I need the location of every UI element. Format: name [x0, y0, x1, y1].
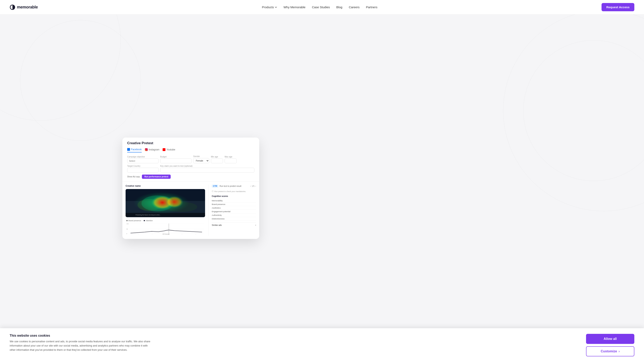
chevron-down-icon: [275, 6, 277, 8]
chevron-right-icon: ›: [256, 224, 256, 226]
info-icon: ⓘ: [212, 190, 214, 193]
svg-text:—: —: [152, 234, 153, 235]
campaign-objective-label: Campaign objective: [127, 156, 158, 158]
max-age-input[interactable]: [224, 158, 237, 163]
min-age-label: Min age: [211, 156, 223, 158]
max-age-label: Max age: [224, 156, 237, 158]
attention-dot: [144, 220, 145, 221]
bg-circle-1: [0, 0, 121, 121]
ctr-nav: ‹ 1/5 ›: [250, 185, 256, 187]
ctr-badge: CTR: [212, 185, 218, 188]
cookie-text-block: This website uses cookies We use cookies…: [10, 334, 576, 352]
svg-text:50: 50: [126, 228, 128, 230]
customize-button[interactable]: Customize ›: [586, 346, 634, 356]
ctr-label: Run text to predict result: [220, 185, 241, 187]
key-claim-label: Key claim you want to test (optional): [160, 165, 254, 167]
campaign-objective-group: Campaign objective: [127, 156, 158, 163]
similar-ads-row[interactable]: Similar ads ›: [212, 222, 256, 228]
svg-point-8: [166, 196, 183, 208]
show-ad-copy-label: Show Ad copy: [127, 176, 140, 178]
cookie-actions: Allow all Customize ›: [586, 334, 634, 356]
creative-section: Creative name: [122, 181, 259, 239]
card-header: Creative Pretest Facebook Instagram Yout…: [122, 138, 259, 181]
score-distinctiveness: Distinctiveness: [212, 217, 256, 221]
cookie-body: We use cookies to personalise content an…: [10, 340, 150, 352]
target-country-input[interactable]: [127, 168, 158, 173]
svg-text:0: 0: [126, 233, 128, 234]
creative-left-panel: Creative name: [122, 185, 208, 236]
svg-text:—: —: [195, 234, 196, 235]
performance-chart: 100 50 0: [126, 223, 204, 235]
pretest-notice: ⓘ Run pretest to check your mandatories.: [212, 190, 256, 193]
score-engagement: Engagement potential: [212, 210, 256, 213]
logo-link[interactable]: memorable: [10, 4, 38, 10]
creative-right-panel: CTR Run text to predict result ‹ 1/5 › ⓘ…: [208, 185, 259, 236]
tab-facebook[interactable]: Facebook: [127, 148, 142, 152]
ctr-count: 1/5: [252, 185, 254, 187]
platform-tabs: Facebook Instagram Youtube: [127, 148, 254, 152]
navbar: memorable Products Why Memorable Case St…: [0, 0, 644, 14]
instagram-icon: [145, 148, 148, 151]
logo-text: memorable: [17, 5, 38, 9]
dashboard-card: Creative Pretest Facebook Instagram Yout…: [122, 138, 259, 239]
score-brand-presence: Brand presence: [212, 203, 256, 206]
svg-text:100: 100: [126, 223, 129, 224]
budget-label: Budget: [160, 156, 192, 158]
nav-case-studies[interactable]: Case Studies: [312, 5, 330, 9]
tab-youtube[interactable]: Youtube: [162, 148, 175, 152]
svg-text:—: —: [181, 234, 183, 235]
budget-input[interactable]: [160, 158, 192, 163]
form-actions: Show Ad copy Run performance pretest: [127, 175, 254, 179]
request-access-button[interactable]: Request Access: [602, 3, 634, 11]
svg-text:—: —: [138, 234, 139, 235]
cognitive-scores-title: Cognitive scores: [212, 195, 256, 197]
next-icon[interactable]: ›: [256, 185, 256, 187]
nav-products[interactable]: Products: [262, 5, 277, 9]
budget-group: Budget: [160, 156, 192, 163]
score-aesthetics: Aesthetics: [212, 206, 256, 210]
min-age-group: Min age: [211, 156, 223, 163]
tab-instagram[interactable]: Instagram: [145, 148, 160, 152]
heatmap-container: Protecting the future one drop at a time…: [126, 189, 205, 217]
key-claim-group: Key claim you want to test (optional): [160, 165, 254, 173]
svg-text:KPI Average: KPI Average: [162, 234, 170, 235]
facebook-icon: [127, 148, 130, 151]
similar-ads-label: Similar ads: [212, 224, 222, 226]
brand-presence-dot: [126, 220, 128, 221]
ctr-row: CTR Run text to predict result ‹ 1/5 ›: [212, 185, 256, 188]
campaign-form: Campaign objective Budget Gender Female: [127, 155, 254, 173]
brand-presence-legend: Brand presence: [126, 220, 141, 222]
nav-blog[interactable]: Blog: [336, 5, 342, 9]
campaign-objective-input[interactable]: [127, 158, 158, 163]
cookie-title: This website uses cookies: [10, 334, 576, 338]
heatmap-svg: Protecting the future one drop at a time…: [126, 189, 205, 217]
card-title: Creative Pretest: [127, 141, 254, 145]
youtube-icon: [162, 148, 166, 151]
cookie-banner: This website uses cookies We use cookies…: [0, 328, 644, 362]
score-memorability: Memorability: [212, 199, 256, 203]
gender-group: Gender Female: [193, 155, 209, 163]
chart-legend: Brand presence Attention: [126, 220, 204, 222]
gender-select[interactable]: Female: [193, 158, 209, 163]
target-country-label: Target Country: [127, 165, 158, 167]
nav-partners[interactable]: Partners: [366, 5, 377, 9]
hero-content: Creative Pretest Facebook Instagram Yout…: [0, 138, 644, 239]
chart-area: Brand presence Attention 100 50 0: [126, 220, 205, 236]
max-age-group: Max age: [224, 156, 237, 163]
logo-icon: [10, 4, 15, 10]
svg-text:Protecting the future one drop: Protecting the future one drop at a time…: [136, 214, 161, 216]
attention-legend: Attention: [144, 220, 153, 222]
nav-careers[interactable]: Careers: [349, 5, 360, 9]
score-authenticity: Authenticity: [212, 213, 256, 217]
key-claim-input[interactable]: [160, 168, 254, 173]
allow-all-button[interactable]: Allow all: [586, 334, 634, 344]
nav-links: Products Why Memorable Case Studies Blog…: [262, 5, 377, 9]
hero-section: Creative Pretest Facebook Instagram Yout…: [0, 0, 644, 362]
prev-icon[interactable]: ‹: [250, 185, 251, 187]
nav-why-memorable[interactable]: Why Memorable: [284, 5, 306, 9]
run-pretest-button[interactable]: Run performance pretest: [142, 175, 171, 179]
target-country-group: Target Country: [127, 165, 158, 173]
bg-circle-2: [20, 20, 141, 141]
gender-label: Gender: [193, 155, 209, 157]
min-age-input[interactable]: [211, 158, 223, 163]
